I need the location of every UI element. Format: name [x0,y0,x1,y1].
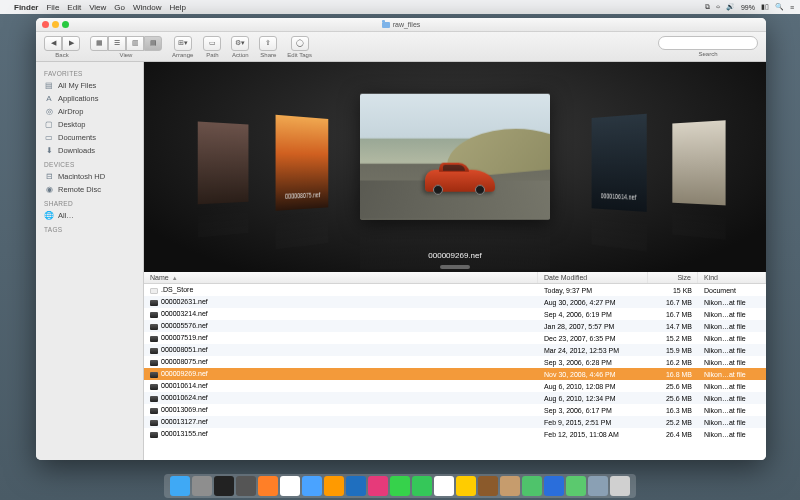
search-input[interactable] [658,36,758,50]
dock-item-photos[interactable] [456,476,476,496]
dropbox-icon[interactable]: ⧉ [705,3,710,11]
sidebar-item-remote-disc[interactable]: ◉Remote Disc [36,183,143,196]
dock-item-maps[interactable] [522,476,542,496]
view-icon-button[interactable]: ▦ [90,36,108,51]
sidebar-item-all-[interactable]: 🌐All… [36,209,143,222]
close-button[interactable] [42,21,49,28]
dock-item-contacts[interactable] [500,476,520,496]
file-date: Feb 9, 2015, 2:51 PM [538,417,648,428]
dock-item-messages[interactable] [390,476,410,496]
file-date: Aug 6, 2010, 12:34 PM [538,393,648,404]
dock-item-calendar[interactable] [434,476,454,496]
table-row[interactable]: 000007519.nefDec 23, 2007, 6:35 PM15.2 M… [144,332,766,344]
edit-tags-button[interactable]: ◯ [291,36,309,51]
sidebar-item-downloads[interactable]: ⬇Downloads [36,144,143,157]
column-header-kind[interactable]: Kind [698,272,766,283]
table-row[interactable]: 000008051.nefMar 24, 2012, 12:53 PM15.9 … [144,344,766,356]
coverflow-resize-handle[interactable] [440,265,470,269]
column-header-date[interactable]: Date Modified [538,272,648,283]
view-coverflow-button[interactable]: ▤ [144,36,162,51]
dock-item-photoshop[interactable] [346,476,366,496]
dock-item-chrome[interactable] [280,476,300,496]
volume-icon[interactable]: 🔊 [726,3,735,11]
file-date: Dec 23, 2007, 6:35 PM [538,333,648,344]
coverflow-center-item[interactable] [360,93,550,219]
menubar-app[interactable]: Finder [14,3,38,12]
menu-help[interactable]: Help [169,3,185,12]
file-date: Feb 12, 2015, 11:08 AM [538,429,648,440]
share-button[interactable]: ⇪ [259,36,277,51]
dock-item-finder[interactable] [170,476,190,496]
coverflow-item[interactable] [198,121,249,204]
table-row[interactable]: 000003214.nefSep 4, 2006, 6:19 PM16.7 MB… [144,308,766,320]
table-row[interactable]: 000013069.nefSep 3, 2006, 6:17 PM16.3 MB… [144,404,766,416]
dock-item-guitar[interactable] [478,476,498,496]
table-row[interactable]: 000013127.nefFeb 9, 2015, 2:51 PM25.2 MB… [144,416,766,428]
view-column-button[interactable]: ▥ [126,36,144,51]
finder-window: raw_files ◀ ▶ Back ▦ ☰ ▥ ▤ View ⊞▾ Arran… [36,18,766,460]
dock-item-atom[interactable] [566,476,586,496]
menu-edit[interactable]: Edit [67,3,81,12]
table-row[interactable]: 000010614.nefAug 6, 2010, 12:08 PM25.6 M… [144,380,766,392]
column-header-size[interactable]: Size [648,272,698,283]
menu-file[interactable]: File [46,3,59,12]
action-button[interactable]: ⚙▾ [231,36,249,51]
spotlight-icon[interactable]: 🔍 [775,3,784,11]
sidebar-item-all-my-files[interactable]: ▤All My Files [36,79,143,92]
sidebar-item-label: Remote Disc [58,185,101,194]
battery-status[interactable]: 99% [741,4,755,11]
coverflow[interactable]: 000008075.nef 000010614.nef [144,62,766,272]
table-row[interactable]: .DS_StoreToday, 9:37 PM15 KBDocument [144,284,766,296]
minimize-button[interactable] [52,21,59,28]
sidebar-item-documents[interactable]: ▭Documents [36,131,143,144]
dock-item-launchpad[interactable] [192,476,212,496]
wifi-icon[interactable]: ⌔ [716,4,720,11]
battery-icon[interactable]: ▮▯ [761,3,769,11]
table-row[interactable]: 000009269.nefNov 30, 2008, 4:46 PM16.8 M… [144,368,766,380]
table-row[interactable]: 000002631.nefAug 30, 2006, 4:27 PM16.7 M… [144,296,766,308]
menu-window[interactable]: Window [133,3,161,12]
dock-item-trash[interactable] [610,476,630,496]
dock-item-preview[interactable] [588,476,608,496]
sidebar-item-applications[interactable]: AApplications [36,92,143,105]
sidebar-item-airdrop[interactable]: ◎AirDrop [36,105,143,118]
dock-item-activity[interactable] [236,476,256,496]
file-icon [150,372,158,378]
dock-item-terminal[interactable] [214,476,234,496]
file-size: 25.6 MB [648,393,698,404]
maximize-button[interactable] [62,21,69,28]
sidebar-header: Tags [36,222,143,235]
sidebar-header: Shared [36,196,143,209]
sidebar-item-desktop[interactable]: ▢Desktop [36,118,143,131]
dock-item-indesign[interactable] [368,476,388,496]
dock-item-firefox[interactable] [258,476,278,496]
file-kind: Nikon…at file [698,309,766,320]
back-button[interactable]: ◀ [44,36,62,51]
coverflow-item[interactable]: 000010614.nef [592,114,647,212]
menu-go[interactable]: Go [114,3,125,12]
coverflow-item[interactable] [672,120,725,205]
column-header-name[interactable]: Name▲ [144,272,538,283]
file-name: 000013127.nef [161,418,208,425]
table-row[interactable]: 000013155.nefFeb 12, 2015, 11:08 AM26.4 … [144,428,766,440]
table-row[interactable]: 000008075.nefSep 3, 2006, 6:28 PM16.2 MB… [144,356,766,368]
file-icon [150,312,158,318]
hd-icon: ⊟ [44,172,54,182]
coverflow-item[interactable]: 000008075.nef [276,115,329,211]
dock-item-safari[interactable] [302,476,322,496]
path-button[interactable]: ▭ [203,36,221,51]
view-list-button[interactable]: ☰ [108,36,126,51]
file-name: 000008075.nef [161,358,208,365]
notifications-icon[interactable]: ≡ [790,4,794,11]
dock-item-1password[interactable] [544,476,564,496]
forward-button[interactable]: ▶ [62,36,80,51]
sidebar-item-macintosh-hd[interactable]: ⊟Macintosh HD [36,170,143,183]
file-size: 16.8 MB [648,369,698,380]
dock-item-facetime[interactable] [412,476,432,496]
menu-view[interactable]: View [89,3,106,12]
titlebar[interactable]: raw_files [36,18,766,32]
arrange-button[interactable]: ⊞▾ [174,36,192,51]
table-row[interactable]: 000005576.nefJan 28, 2007, 5:57 PM14.7 M… [144,320,766,332]
table-row[interactable]: 000010624.nefAug 6, 2010, 12:34 PM25.6 M… [144,392,766,404]
dock-item-illustrator[interactable] [324,476,344,496]
